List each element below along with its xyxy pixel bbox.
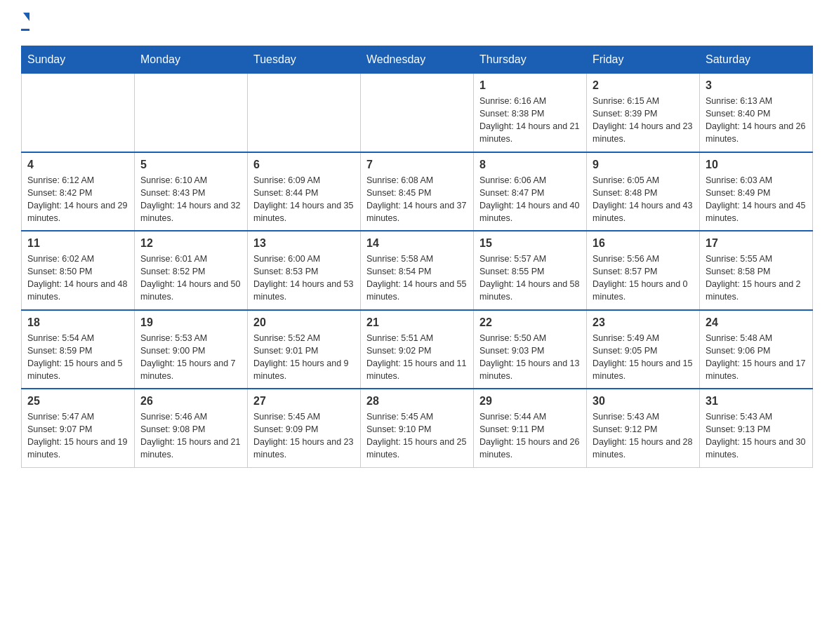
calendar-cell: 31Sunrise: 5:43 AM Sunset: 9:13 PM Dayli…: [700, 389, 813, 467]
calendar-header-row: SundayMondayTuesdayWednesdayThursdayFrid…: [22, 46, 813, 74]
day-info: Sunrise: 6:00 AM Sunset: 8:53 PM Dayligh…: [253, 253, 355, 304]
calendar-cell: 26Sunrise: 5:46 AM Sunset: 9:08 PM Dayli…: [135, 389, 248, 467]
day-info: Sunrise: 6:01 AM Sunset: 8:52 PM Dayligh…: [140, 253, 241, 304]
day-number: 7: [366, 159, 468, 171]
day-info: Sunrise: 5:54 AM Sunset: 8:59 PM Dayligh…: [27, 332, 128, 383]
day-number: 14: [366, 237, 468, 250]
calendar-cell: 10Sunrise: 6:03 AM Sunset: 8:49 PM Dayli…: [700, 152, 813, 232]
day-number: 27: [253, 395, 355, 408]
day-number: 15: [479, 237, 581, 250]
day-info: Sunrise: 5:47 AM Sunset: 9:07 PM Dayligh…: [27, 410, 128, 462]
day-number: 17: [706, 237, 807, 250]
calendar-header-saturday: Saturday: [700, 46, 813, 74]
day-info: Sunrise: 6:05 AM Sunset: 8:48 PM Dayligh…: [593, 174, 694, 225]
day-number: 4: [27, 159, 128, 171]
day-number: 16: [593, 237, 694, 250]
day-info: Sunrise: 6:03 AM Sunset: 8:49 PM Dayligh…: [706, 174, 807, 225]
calendar-header-wednesday: Wednesday: [361, 46, 474, 74]
day-number: 13: [253, 237, 355, 250]
calendar-cell: 29Sunrise: 5:44 AM Sunset: 9:11 PM Dayli…: [474, 389, 587, 467]
day-info: Sunrise: 5:48 AM Sunset: 9:06 PM Dayligh…: [706, 332, 807, 383]
calendar-header-thursday: Thursday: [474, 46, 587, 74]
day-info: Sunrise: 6:12 AM Sunset: 8:42 PM Dayligh…: [27, 174, 128, 225]
day-number: 12: [140, 237, 241, 250]
calendar-cell: [22, 74, 135, 152]
calendar-cell: 1Sunrise: 6:16 AM Sunset: 8:38 PM Daylig…: [474, 74, 587, 152]
day-number: 19: [140, 316, 241, 329]
day-number: 1: [479, 79, 581, 92]
logo-arrow-icon: [23, 13, 29, 27]
calendar-header-friday: Friday: [587, 46, 700, 74]
day-info: Sunrise: 6:15 AM Sunset: 8:39 PM Dayligh…: [593, 95, 694, 146]
logo-text-group: [21, 14, 29, 32]
calendar-cell: 18Sunrise: 5:54 AM Sunset: 8:59 PM Dayli…: [22, 310, 135, 389]
day-number: 21: [366, 316, 468, 329]
calendar-cell: 6Sunrise: 6:09 AM Sunset: 8:44 PM Daylig…: [248, 152, 361, 232]
calendar-week-row: 4Sunrise: 6:12 AM Sunset: 8:42 PM Daylig…: [22, 152, 813, 232]
day-number: 10: [706, 159, 807, 171]
day-info: Sunrise: 5:49 AM Sunset: 9:05 PM Dayligh…: [593, 332, 694, 383]
calendar-cell: 8Sunrise: 6:06 AM Sunset: 8:47 PM Daylig…: [474, 152, 587, 232]
day-info: Sunrise: 5:50 AM Sunset: 9:03 PM Dayligh…: [479, 332, 581, 383]
calendar-cell: 2Sunrise: 6:15 AM Sunset: 8:39 PM Daylig…: [587, 74, 700, 152]
day-number: 29: [479, 395, 581, 408]
day-number: 24: [706, 316, 807, 329]
calendar-cell: 30Sunrise: 5:43 AM Sunset: 9:12 PM Dayli…: [587, 389, 700, 467]
calendar-week-row: 1Sunrise: 6:16 AM Sunset: 8:38 PM Daylig…: [22, 74, 813, 152]
calendar-cell: 15Sunrise: 5:57 AM Sunset: 8:55 PM Dayli…: [474, 231, 587, 310]
calendar-cell: 25Sunrise: 5:47 AM Sunset: 9:07 PM Dayli…: [22, 389, 135, 467]
calendar-week-row: 25Sunrise: 5:47 AM Sunset: 9:07 PM Dayli…: [22, 389, 813, 467]
calendar-week-row: 11Sunrise: 6:02 AM Sunset: 8:50 PM Dayli…: [22, 231, 813, 310]
day-info: Sunrise: 5:46 AM Sunset: 9:08 PM Dayligh…: [140, 410, 241, 462]
calendar-cell: 28Sunrise: 5:45 AM Sunset: 9:10 PM Dayli…: [361, 389, 474, 467]
calendar-cell: 13Sunrise: 6:00 AM Sunset: 8:53 PM Dayli…: [248, 231, 361, 310]
day-number: 11: [27, 237, 128, 250]
day-info: Sunrise: 6:09 AM Sunset: 8:44 PM Dayligh…: [253, 174, 355, 225]
day-info: Sunrise: 5:56 AM Sunset: 8:57 PM Dayligh…: [593, 253, 694, 304]
calendar-cell: 12Sunrise: 6:01 AM Sunset: 8:52 PM Dayli…: [135, 231, 248, 310]
day-info: Sunrise: 5:45 AM Sunset: 9:10 PM Dayligh…: [366, 410, 468, 462]
day-info: Sunrise: 5:53 AM Sunset: 9:00 PM Dayligh…: [140, 332, 241, 383]
day-number: 25: [27, 395, 128, 408]
day-number: 6: [253, 159, 355, 171]
calendar-cell: 19Sunrise: 5:53 AM Sunset: 9:00 PM Dayli…: [135, 310, 248, 389]
day-info: Sunrise: 5:45 AM Sunset: 9:09 PM Dayligh…: [253, 410, 355, 462]
day-number: 22: [479, 316, 581, 329]
logo: [21, 14, 29, 32]
calendar-cell: 27Sunrise: 5:45 AM Sunset: 9:09 PM Dayli…: [248, 389, 361, 467]
calendar-cell: 14Sunrise: 5:58 AM Sunset: 8:54 PM Dayli…: [361, 231, 474, 310]
page-header: [21, 14, 813, 32]
day-number: 3: [706, 79, 807, 92]
calendar-cell: 9Sunrise: 6:05 AM Sunset: 8:48 PM Daylig…: [587, 152, 700, 232]
calendar-cell: 21Sunrise: 5:51 AM Sunset: 9:02 PM Dayli…: [361, 310, 474, 389]
calendar-cell: 7Sunrise: 6:08 AM Sunset: 8:45 PM Daylig…: [361, 152, 474, 232]
day-number: 30: [593, 395, 694, 408]
calendar-header-tuesday: Tuesday: [248, 46, 361, 74]
day-info: Sunrise: 5:51 AM Sunset: 9:02 PM Dayligh…: [366, 332, 468, 383]
day-number: 31: [706, 395, 807, 408]
day-info: Sunrise: 6:08 AM Sunset: 8:45 PM Dayligh…: [366, 174, 468, 225]
day-info: Sunrise: 5:58 AM Sunset: 8:54 PM Dayligh…: [366, 253, 468, 304]
day-number: 9: [593, 159, 694, 171]
calendar-cell: [248, 74, 361, 152]
day-info: Sunrise: 5:57 AM Sunset: 8:55 PM Dayligh…: [479, 253, 581, 304]
day-info: Sunrise: 5:52 AM Sunset: 9:01 PM Dayligh…: [253, 332, 355, 383]
day-number: 28: [366, 395, 468, 408]
calendar-cell: 4Sunrise: 6:12 AM Sunset: 8:42 PM Daylig…: [22, 152, 135, 232]
calendar-header-monday: Monday: [135, 46, 248, 74]
calendar-cell: [135, 74, 248, 152]
day-info: Sunrise: 5:43 AM Sunset: 9:13 PM Dayligh…: [706, 410, 807, 462]
day-info: Sunrise: 6:13 AM Sunset: 8:40 PM Dayligh…: [706, 95, 807, 146]
day-info: Sunrise: 5:43 AM Sunset: 9:12 PM Dayligh…: [593, 410, 694, 462]
calendar-cell: 16Sunrise: 5:56 AM Sunset: 8:57 PM Dayli…: [587, 231, 700, 310]
day-number: 20: [253, 316, 355, 329]
day-info: Sunrise: 6:06 AM Sunset: 8:47 PM Dayligh…: [479, 174, 581, 225]
logo-row1: [21, 14, 29, 29]
calendar-cell: 20Sunrise: 5:52 AM Sunset: 9:01 PM Dayli…: [248, 310, 361, 389]
calendar-cell: 24Sunrise: 5:48 AM Sunset: 9:06 PM Dayli…: [700, 310, 813, 389]
day-number: 23: [593, 316, 694, 329]
calendar-cell: 22Sunrise: 5:50 AM Sunset: 9:03 PM Dayli…: [474, 310, 587, 389]
day-info: Sunrise: 6:02 AM Sunset: 8:50 PM Dayligh…: [27, 253, 128, 304]
calendar-header-sunday: Sunday: [22, 46, 135, 74]
calendar-cell: 3Sunrise: 6:13 AM Sunset: 8:40 PM Daylig…: [700, 74, 813, 152]
